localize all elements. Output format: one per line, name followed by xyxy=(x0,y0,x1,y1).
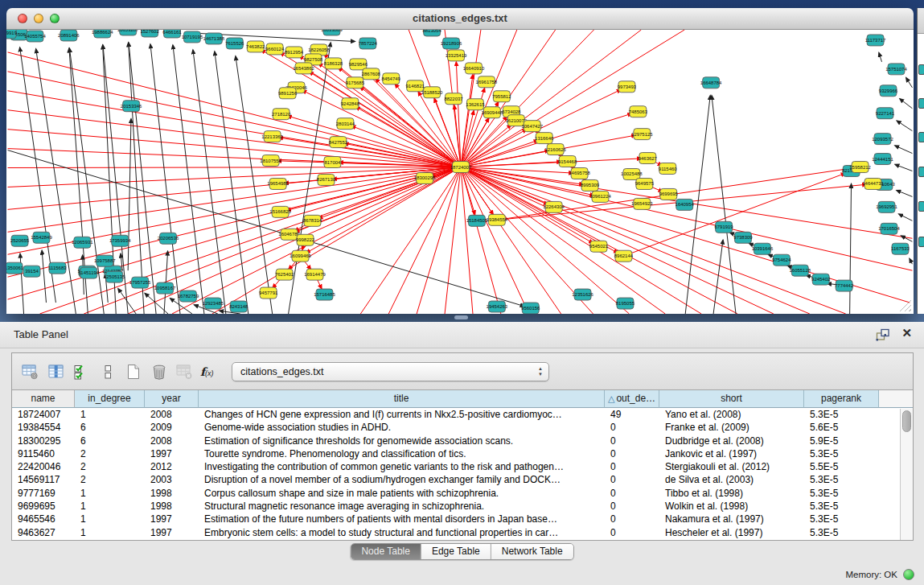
graph-node[interactable]: 1167533 xyxy=(891,243,910,254)
tab-edge-table[interactable]: Edge Table xyxy=(421,544,491,559)
graph-node[interactable]: 8454749 xyxy=(382,73,401,84)
graph-node[interactable]: 15188520 xyxy=(421,87,443,98)
graph-node[interactable]: 8678314 xyxy=(303,215,322,226)
graph-node[interactable]: 2867608 xyxy=(362,68,381,80)
row-selection-icon[interactable] xyxy=(72,362,92,381)
function-builder-icon[interactable]: f(x) xyxy=(200,365,214,378)
graph-node[interactable]: 7774442 xyxy=(835,280,854,291)
graph-node[interactable]: 10391646 xyxy=(752,243,774,254)
graph-node[interactable]: 11451194 xyxy=(78,267,99,278)
graph-node[interactable]: 15184505 xyxy=(466,215,488,226)
graph-node[interactable]: 14055754 xyxy=(24,31,46,42)
graph-node[interactable]: 1362615 xyxy=(466,99,485,110)
graph-node[interactable]: 12264304 xyxy=(543,201,565,212)
create-column-icon[interactable] xyxy=(123,362,144,381)
graph-node[interactable]: 8267130 xyxy=(317,174,336,185)
graph-node[interactable]: 16640910 xyxy=(463,63,485,74)
graph-node[interactable]: 39154 xyxy=(23,266,40,277)
graph-node[interactable]: 13325419 xyxy=(446,50,467,61)
graph-node[interactable]: 8912954 xyxy=(285,47,304,58)
graph-node[interactable]: 9242848 xyxy=(341,98,360,109)
graph-node[interactable]: 9245402 xyxy=(811,274,831,285)
graph-node[interactable]: 12351626 xyxy=(572,289,593,300)
background-window-sliver[interactable] xyxy=(917,8,924,314)
graph-node[interactable]: 9463627 xyxy=(639,153,658,164)
graph-node[interactable]: 8822037 xyxy=(444,93,463,105)
graph-node[interactable]: 8195055 xyxy=(616,298,635,309)
graph-node[interactable]: 8243148 xyxy=(229,301,248,312)
graph-node[interactable]: 17016504 xyxy=(878,223,900,234)
table-selector-dropdown[interactable]: citations_edges.txt ▲▼ xyxy=(232,362,549,381)
graph-node[interactable]: 19886624 xyxy=(92,30,113,38)
graph-node[interactable]: 1527602 xyxy=(140,30,159,37)
graph-node[interactable]: 20153346 xyxy=(121,101,142,112)
graph-node[interactable]: 12093572 xyxy=(872,134,893,145)
graph-node[interactable]: 9329966 xyxy=(879,85,898,97)
tab-network-table[interactable]: Network Table xyxy=(491,544,573,559)
graph-node[interactable]: 9545021 xyxy=(589,241,609,252)
graph-node[interactable]: 9154468 xyxy=(558,156,577,167)
graph-node[interactable]: 9891256 xyxy=(278,88,298,99)
graph-node[interactable]: 9175685 xyxy=(346,77,365,89)
column-header-short[interactable]: short xyxy=(659,390,804,408)
graph-node[interactable]: 19654923 xyxy=(631,198,653,209)
table-row[interactable]: 2242004622012Investigating the contribut… xyxy=(12,460,913,473)
graph-node[interactable]: 11173717 xyxy=(865,35,886,46)
graph-node[interactable]: 17359934 xyxy=(109,235,131,246)
table-settings-icon[interactable] xyxy=(20,362,41,381)
graph-node[interactable]: 15166825 xyxy=(269,206,291,217)
tab-node-table[interactable]: Node Table xyxy=(351,544,421,559)
graph-node[interactable]: 9738309 xyxy=(733,232,753,243)
column-visibility-icon[interactable] xyxy=(46,362,67,381)
table-row[interactable]: 911546021997Tourette syndrome. Phenomeno… xyxy=(12,447,913,460)
graph-node[interactable]: 16961758 xyxy=(476,76,498,88)
graph-node[interactable]: 1316646 xyxy=(535,133,554,144)
graph-node[interactable]: 8186328 xyxy=(324,58,343,69)
graph-node[interactable]: 16914479 xyxy=(304,269,326,280)
graph-node[interactable]: 14695758 xyxy=(569,168,590,179)
column-header-out_de[interactable]: △out_de… xyxy=(605,390,659,408)
split-divider-handle[interactable] xyxy=(454,315,468,319)
graph-node[interactable]: 7485063 xyxy=(629,106,648,117)
column-header-title[interactable]: title xyxy=(199,390,605,408)
column-header-pagerank[interactable]: pagerank xyxy=(804,390,879,408)
graph-node[interactable]: 19384554 xyxy=(487,214,508,225)
graph-node[interactable]: 12065931 xyxy=(72,237,93,248)
graph-node[interactable]: 1115683 xyxy=(48,262,67,274)
graph-node[interactable]: 6466161 xyxy=(162,30,182,38)
graph-node[interactable]: 9660124 xyxy=(265,43,285,55)
graph-node[interactable]: 817004 xyxy=(324,157,341,168)
column-header-in_degree[interactable]: in_degree xyxy=(75,390,145,408)
graph-node[interactable]: 15958212 xyxy=(849,162,871,173)
graph-node[interactable]: 19654985 xyxy=(267,178,289,189)
table-row[interactable]: 1872400712008Changes of HCN gene express… xyxy=(12,408,913,421)
graph-node[interactable]: 14644731 xyxy=(862,178,884,189)
graph-node[interactable]: 12444151 xyxy=(872,154,893,165)
graph-node[interactable]: 6791919 xyxy=(714,221,733,233)
memory-status-indicator[interactable] xyxy=(903,569,914,580)
graph-node[interactable]: 14671388 xyxy=(203,33,225,44)
graph-node[interactable]: 16055128 xyxy=(790,265,811,276)
graph-node[interactable]: 16543862 xyxy=(293,63,314,74)
graph-node[interactable]: 9649575 xyxy=(635,178,655,189)
graph-node[interactable]: 9699695 xyxy=(659,188,679,200)
close-panel-icon[interactable]: ✕ xyxy=(901,326,912,340)
graph-node[interactable]: 16648784 xyxy=(700,77,722,89)
graph-node[interactable]: 10958167 xyxy=(154,282,176,294)
graph-node[interactable]: 15542849 xyxy=(31,232,52,243)
graph-node[interactable]: 7615526 xyxy=(225,38,244,49)
graph-node[interactable]: 18107554 xyxy=(260,155,281,167)
graph-node[interactable]: 8813054 xyxy=(422,30,441,36)
vertical-scrollbar[interactable] xyxy=(900,409,913,540)
graph-node[interactable]: 7625402 xyxy=(275,269,294,280)
scrollbar-thumb[interactable] xyxy=(902,410,911,432)
graph-node[interactable]: 10653287 xyxy=(117,30,139,35)
graph-node[interactable]: 1350061 xyxy=(6,262,24,274)
graph-node[interactable]: 8427552 xyxy=(329,137,348,148)
graph-node[interactable]: 9998222 xyxy=(296,234,315,245)
graph-node[interactable]: 10975887 xyxy=(94,255,116,266)
graph-node[interactable]: 12505135 xyxy=(104,271,125,282)
citation-network-graph[interactable]: 1355061140557542089140619886624106532871… xyxy=(6,30,914,314)
table-row[interactable]: 969969511998Structural magnetic resonanc… xyxy=(12,500,913,513)
table-row[interactable]: 1830029562008Estimation of significance … xyxy=(12,435,913,447)
